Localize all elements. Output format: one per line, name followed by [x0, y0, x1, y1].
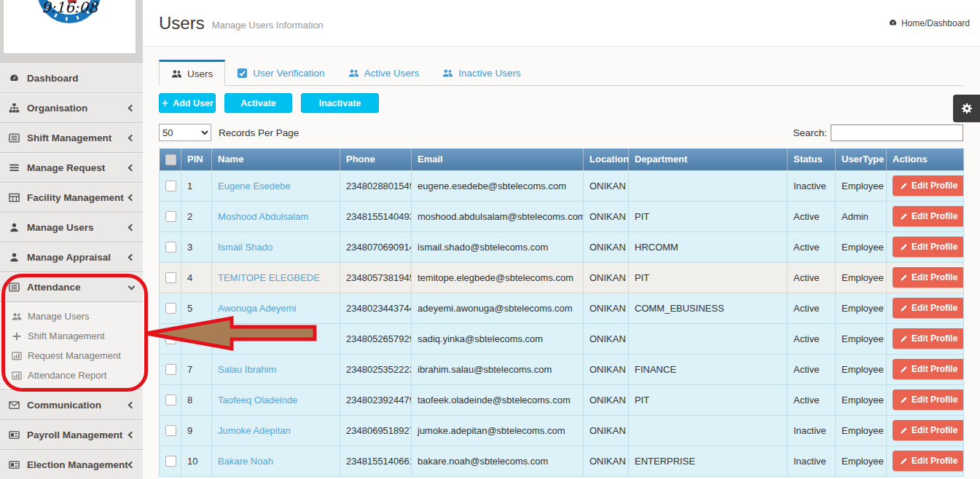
- row-checkbox[interactable]: [165, 211, 176, 222]
- pencil-icon: [900, 427, 908, 435]
- cell-department: [629, 170, 788, 201]
- row-checkbox[interactable]: [165, 333, 176, 344]
- tab-label: Users: [187, 68, 213, 79]
- edit-profile-label: Edit Profile: [912, 425, 957, 435]
- attendance-submenu: Manage UsersShift ManagementRequest Mana…: [0, 302, 143, 390]
- cell-status: Active: [788, 384, 836, 415]
- sidebar-item-election-management[interactable]: Election Management: [0, 450, 143, 479]
- cell-department: PIT: [629, 201, 788, 231]
- sidebar-item-label: Facility Management: [27, 192, 124, 203]
- breadcrumb[interactable]: Home/Dashboard: [888, 18, 970, 28]
- search-input[interactable]: [831, 124, 963, 141]
- sidebar-item-facility-management[interactable]: Facility Management: [0, 183, 143, 213]
- sidebar-item-label: Attendance: [27, 282, 81, 293]
- cell-email: adeyemi.awonuga@sbtelecoms.com: [412, 293, 584, 323]
- edit-profile-label: Edit Profile: [912, 364, 957, 374]
- edit-profile-button[interactable]: Edit Profile: [893, 451, 964, 471]
- user-name-link[interactable]: Awonuga Adeyemi: [218, 303, 296, 314]
- tab-inactive-users[interactable]: Inactive Users: [431, 60, 533, 86]
- edit-profile-button[interactable]: Edit Profile: [893, 328, 964, 349]
- submenu-item-request-management[interactable]: Request Management: [0, 346, 143, 365]
- cell-email: sadiq.yinka@sbtelecoms.com: [412, 323, 584, 354]
- row-checkbox[interactable]: [165, 242, 176, 253]
- sidebar-item-manage-request[interactable]: Manage Request: [0, 153, 143, 183]
- select-all-checkbox[interactable]: [165, 154, 176, 165]
- edit-profile-button[interactable]: Edit Profile: [893, 175, 964, 196]
- activate-button[interactable]: Activate: [224, 93, 292, 113]
- table-row: 1Eugene Esedebe2348028801549eugene.esede…: [160, 170, 964, 201]
- cell-department: HRCOMM: [629, 231, 788, 262]
- cell-department: COMM_EBUSINESS: [629, 293, 788, 323]
- submenu-item-label: Shift Management: [28, 330, 105, 341]
- row-checkbox[interactable]: [165, 272, 176, 283]
- cell-usertype: Employee: [836, 323, 887, 354]
- user-name-link[interactable]: Salau Ibrahim: [218, 364, 276, 375]
- pencil-icon: [900, 304, 908, 312]
- submenu-item-shift-management[interactable]: Shift Management: [0, 326, 143, 346]
- pencil-icon: [900, 243, 908, 251]
- edit-profile-button[interactable]: Edit Profile: [893, 420, 964, 440]
- sidebar-item-manage-appraisal[interactable]: Manage Appraisal: [0, 242, 143, 272]
- cell-pin: 5: [181, 293, 212, 323]
- sidebar: 9:16:08 DashboardOrganisationShift Manag…: [0, 0, 143, 479]
- user-name-link[interactable]: Eugene Esedebe: [218, 181, 291, 191]
- cell-email: temitope.elegbede@sbtelecoms.com: [412, 262, 584, 293]
- submenu-item-attendance-report[interactable]: Attendance Report: [0, 365, 143, 385]
- gauge-icon: [9, 73, 20, 84]
- sidebar-item-manage-users[interactable]: Manage Users: [0, 213, 143, 242]
- row-checkbox[interactable]: [165, 395, 176, 405]
- add-user-button[interactable]: Add User: [159, 93, 216, 113]
- cell-department: [629, 323, 788, 354]
- user-name-link[interactable]: Ismail Shado: [218, 242, 273, 253]
- user-name-link[interactable]: TEMITOPE ELEGBEDE: [218, 272, 320, 283]
- sidebar-item-dashboard[interactable]: Dashboard: [0, 63, 143, 93]
- user-icon: [9, 222, 20, 233]
- row-checkbox[interactable]: [165, 303, 176, 314]
- sidebar-item-label: Manage Users: [27, 222, 94, 233]
- page-title: Users: [159, 13, 205, 33]
- sidebar-item-communication[interactable]: Communication: [0, 390, 143, 420]
- table-row: 2348052657929sadiq.yinka@sbtelecoms.comO…: [160, 323, 964, 354]
- table-row: 8Taofeeq Oladeinde2348023924479taofeek.o…: [160, 384, 964, 415]
- cell-email: eugene.esedebe@sbtelecoms.com: [412, 170, 584, 201]
- cell-phone: 2348028801549: [340, 170, 412, 201]
- edit-profile-label: Edit Profile: [912, 181, 957, 191]
- tab-users[interactable]: Users: [159, 60, 225, 86]
- tab-user-verification[interactable]: User Verification: [225, 60, 336, 86]
- edit-profile-button[interactable]: Edit Profile: [893, 389, 964, 410]
- cell-location: ONIKAN: [584, 170, 629, 201]
- sidebar-item-label: Payroll Management: [27, 429, 122, 440]
- sidebar-item-shift-management[interactable]: Shift Management: [0, 123, 143, 153]
- sidebar-item-organisation[interactable]: Organisation: [0, 93, 143, 123]
- user-name-link[interactable]: Taofeeq Oladeinde: [218, 395, 297, 405]
- edit-profile-button[interactable]: Edit Profile: [893, 298, 964, 318]
- row-checkbox[interactable]: [165, 456, 176, 467]
- cell-email: bakare.noah@sbtelecoms.com: [412, 446, 584, 476]
- sidebar-item-payroll-management[interactable]: Payroll Management: [0, 420, 143, 450]
- user-name-link[interactable]: Jumoke Adepitan: [218, 425, 291, 436]
- sidebar-item-attendance[interactable]: Attendance: [0, 272, 143, 302]
- row-checkbox[interactable]: [165, 364, 176, 375]
- edit-profile-button[interactable]: Edit Profile: [893, 237, 964, 257]
- sidebar-item-label: Shift Management: [27, 132, 111, 143]
- user-name-link[interactable]: Moshood Abdulsalam: [218, 211, 308, 222]
- pencil-icon: [900, 274, 908, 282]
- table-row: 7Salau Ibrahim2348025352223ibrahim.salau…: [160, 354, 964, 384]
- submenu-item-manage-users[interactable]: Manage Users: [0, 306, 143, 326]
- tab-active-users[interactable]: Active Users: [337, 60, 431, 86]
- edit-profile-button[interactable]: Edit Profile: [893, 206, 964, 226]
- inactivate-button[interactable]: Inactivate: [301, 93, 379, 113]
- cell-status: Inactive: [788, 170, 836, 201]
- users-icon: [348, 68, 359, 79]
- row-checkbox[interactable]: [165, 425, 176, 436]
- settings-gear-button[interactable]: [953, 95, 980, 122]
- cell-status: Active: [788, 201, 836, 231]
- column-header-department: Department: [629, 149, 788, 170]
- row-checkbox[interactable]: [165, 181, 176, 191]
- user-name-link[interactable]: Bakare Noah: [218, 456, 273, 467]
- records-per-page-select[interactable]: 50: [159, 124, 211, 141]
- newspaper-icon: [9, 429, 20, 440]
- edit-profile-button[interactable]: Edit Profile: [893, 267, 964, 288]
- edit-profile-button[interactable]: Edit Profile: [893, 359, 964, 379]
- cell-usertype: Admin: [836, 201, 887, 231]
